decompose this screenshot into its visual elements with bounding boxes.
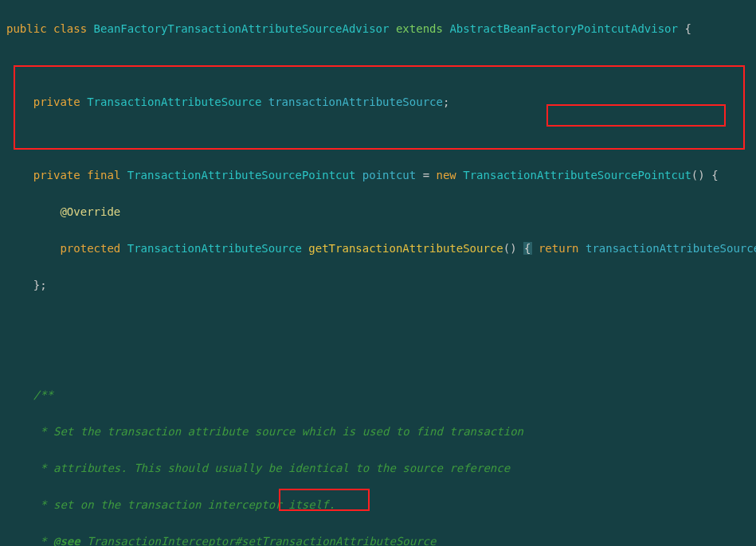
code-line: private TransactionAttributeSource trans…: [0, 93, 756, 111]
code-line: * attributes. This should usually be ide…: [0, 459, 756, 478]
comment: #setTransactionAttributeSource: [235, 535, 437, 546]
kw-final: final: [87, 169, 120, 181]
comment: * attributes. This should usually be ide…: [33, 462, 510, 474]
comment: *: [33, 535, 53, 546]
kw-public: public: [6, 22, 47, 35]
kw-new: new: [437, 169, 456, 181]
kw-extends: extends: [396, 22, 443, 35]
code-line: * Set the transaction attribute source w…: [0, 423, 756, 441]
type: TransactionAttributeSourcePointcut: [127, 169, 356, 181]
code-line: [0, 313, 756, 331]
brace: {: [684, 22, 691, 35]
code-view: public class BeanFactoryTransactionAttri…: [0, 0, 756, 546]
comment: * Set the transaction attribute source w…: [33, 425, 523, 438]
comment: /**: [33, 388, 53, 401]
brace: {: [711, 169, 718, 181]
code-line: [0, 130, 756, 148]
field: transactionAttributeSource: [268, 96, 443, 108]
brace: }: [33, 279, 40, 291]
semi: ;: [443, 96, 449, 108]
code-line: public class BeanFactoryTransactionAttri…: [0, 20, 756, 38]
semi: ;: [40, 279, 46, 291]
code-line: * @see TransactionInterceptor#setTransac…: [0, 532, 756, 546]
kw-private: private: [33, 96, 80, 108]
annotation: @Override: [60, 205, 120, 218]
code-line: [0, 57, 756, 75]
comment: TransactionInterceptor: [80, 535, 235, 546]
parens: (): [503, 242, 517, 255]
brace: {: [523, 242, 531, 255]
kw-protected: protected: [60, 242, 120, 255]
code-line: private final TransactionAttributeSource…: [0, 166, 756, 185]
ctor: TransactionAttributeSourcePointcut: [463, 169, 691, 181]
method: getTransactionAttributeSource: [308, 242, 503, 255]
code-line: [0, 349, 756, 368]
code-line: };: [0, 276, 756, 294]
code-line: /**: [0, 386, 756, 404]
kw-class: class: [53, 22, 87, 35]
code-line: @Override: [0, 203, 756, 221]
super-class: AbstractBeanFactoryPointcutAdvisor: [449, 22, 678, 35]
assign: =: [416, 169, 436, 181]
kw-return: return: [539, 242, 579, 255]
javadoc-tag: @see: [53, 535, 80, 546]
var: transactionAttributeSource: [586, 242, 756, 255]
parens: (): [691, 169, 705, 181]
code-line: * set on the transaction interceptor its…: [0, 496, 756, 514]
class-name: BeanFactoryTransactionAttributeSourceAdv…: [94, 22, 390, 35]
comment: * set on the transaction interceptor its…: [33, 498, 335, 511]
code-line: protected TransactionAttributeSource get…: [0, 240, 756, 258]
type: TransactionAttributeSource: [87, 96, 261, 108]
kw-private: private: [33, 169, 80, 181]
type: TransactionAttributeSource: [127, 242, 302, 255]
field: pointcut: [362, 169, 416, 181]
